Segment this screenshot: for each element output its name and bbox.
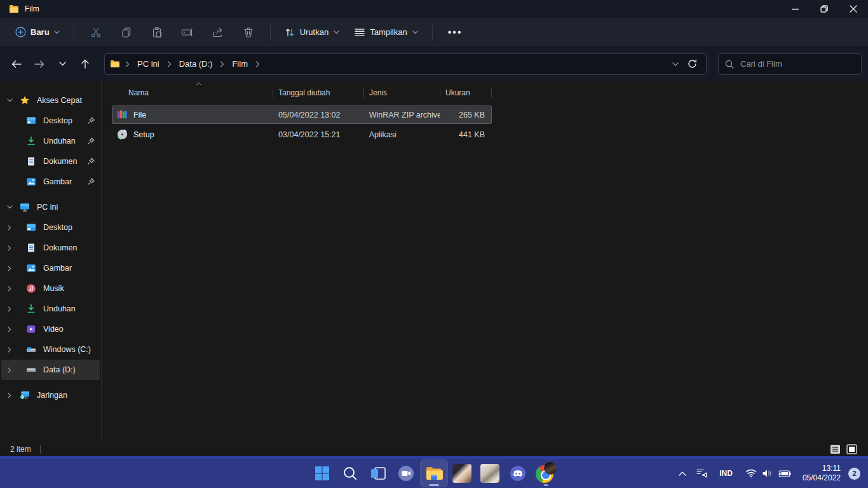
sidebar: Akses Cepat Desktop Unduhan Dokumen [0,81,102,442]
file-row-file[interactable]: File 05/04/2022 13:02 WinRAR ZIP archive… [112,105,492,124]
column-header-tanggal[interactable]: Tanggal diubah [273,84,364,101]
folder-icon [110,60,120,68]
sidebar-item-unduhan[interactable]: Unduhan [1,299,100,319]
profile-avatar [544,462,557,475]
sidebar-item-musik[interactable]: Musik [1,278,100,299]
picture-icon [24,177,38,187]
column-headers: Nama Tanggal diubah Jenis Ukuran [112,84,492,102]
breadcrumb-item-folder[interactable]: Film [227,57,253,71]
file-modified: 05/04/2022 13:02 [273,111,364,119]
sidebar-item-label: Windows (C:) [43,345,100,354]
rename-button[interactable] [172,22,203,43]
chevron-down-icon [334,30,339,34]
task-view-icon [370,466,386,481]
battery-charging-icon [777,470,791,478]
column-header-nama[interactable]: Nama [112,84,273,101]
sidebar-item-desktop[interactable]: Desktop [1,217,100,238]
chevron-right-icon[interactable] [1,245,18,251]
chevron-right-icon[interactable] [1,367,18,373]
sidebar-section-this-pc[interactable]: PC ini [1,197,100,217]
app-icon-2[interactable] [476,459,504,487]
chevron-down-icon[interactable] [1,98,18,102]
minimize-button[interactable] [780,0,810,18]
close-button[interactable] [839,0,868,18]
more-options-button[interactable]: ••• [439,27,471,38]
sidebar-section-quick-access[interactable]: Akses Cepat [1,90,100,111]
tray-app-icon[interactable] [693,462,712,485]
sidebar-item-data-d[interactable]: Data (D:) [1,360,100,380]
refresh-icon[interactable] [688,59,697,69]
chevron-down-icon[interactable] [1,205,18,209]
chevron-right-icon[interactable] [1,306,18,312]
quick-settings-button[interactable] [740,469,796,478]
breadcrumb-separator-icon [124,61,131,67]
column-header-jenis[interactable]: Jenis [364,84,440,101]
chevron-right-icon[interactable] [1,266,18,271]
delete-button[interactable] [233,22,264,43]
file-explorer-taskbar-button[interactable] [420,459,448,487]
address-dropdown-icon[interactable] [672,62,679,66]
sidebar-item-dokumen[interactable]: Dokumen [1,238,100,258]
chevron-right-icon[interactable] [1,393,18,398]
chevron-right-icon[interactable] [1,347,18,353]
share-button[interactable] [203,22,233,43]
download-icon [24,304,38,314]
new-button-label: Baru [31,27,50,37]
app-icon-1[interactable] [448,459,476,487]
breadcrumb-item-pc[interactable]: PC ini [132,57,165,71]
pin-icon [87,117,95,125]
document-icon [24,156,38,166]
chevron-right-icon[interactable] [1,225,18,231]
sidebar-section-label: PC ini [37,203,100,212]
address-bar[interactable]: PC ini Data (D:) Film [104,53,707,75]
pin-icon [87,178,95,186]
running-app-indicator [544,484,548,486]
sidebar-item-dokumen-qa[interactable]: Dokumen [1,151,100,172]
task-view-button[interactable] [364,459,392,487]
sidebar-section-network[interactable]: Jaringan [1,385,100,405]
view-button[interactable]: Tampilkan [347,24,426,41]
notification-badge[interactable]: 2 [848,468,860,480]
clock[interactable]: 13:11 05/04/2022 [799,464,844,483]
copy-button[interactable] [111,22,142,43]
language-indicator[interactable]: IND [714,469,738,478]
sidebar-item-windows-c[interactable]: Windows (C:) [1,339,100,360]
search-input[interactable] [740,59,855,69]
file-row-setup[interactable]: Setup 03/04/2022 15:21 Aplikasi 441 KB [112,125,492,144]
cut-button[interactable] [81,22,111,43]
restore-button[interactable] [810,0,839,18]
sidebar-item-gambar-qa[interactable]: Gambar [1,172,100,192]
custom-app-image-icon [452,464,471,483]
file-modified: 03/04/2022 15:21 [273,130,364,139]
search-box[interactable] [718,53,862,75]
music-icon [24,283,38,294]
window-title: Film [25,4,780,13]
plus-circle-icon [15,27,26,37]
sort-button[interactable]: Urutkan [277,24,348,41]
up-button[interactable] [75,54,95,74]
tray-overflow-button[interactable] [675,462,690,485]
sidebar-item-desktop-qa[interactable]: Desktop [1,111,100,131]
breadcrumb-item-drive[interactable]: Data (D:) [174,57,218,71]
paste-button[interactable] [142,22,172,43]
details-view-button[interactable] [829,444,841,455]
sidebar-item-video[interactable]: Video [1,319,100,339]
sidebar-item-gambar[interactable]: Gambar [1,258,100,278]
column-header-ukuran[interactable]: Ukuran [440,84,492,101]
discord-button[interactable] [504,459,532,487]
chevron-right-icon[interactable] [1,327,18,332]
recent-locations-button[interactable] [52,54,72,74]
toolbar-divider [270,25,271,40]
large-icons-view-button[interactable] [845,444,858,455]
drive-icon [24,365,38,375]
back-button[interactable] [6,54,27,74]
forward-button[interactable] [29,54,50,74]
chat-button[interactable] [392,459,420,487]
chevron-right-icon[interactable] [1,286,18,292]
sidebar-item-unduhan-qa[interactable]: Unduhan [1,131,100,151]
breadcrumb-separator-icon [219,61,226,67]
search-button[interactable] [336,459,364,487]
new-button[interactable]: Baru [8,23,67,41]
start-button[interactable] [308,459,336,487]
chrome-button[interactable] [532,459,560,487]
